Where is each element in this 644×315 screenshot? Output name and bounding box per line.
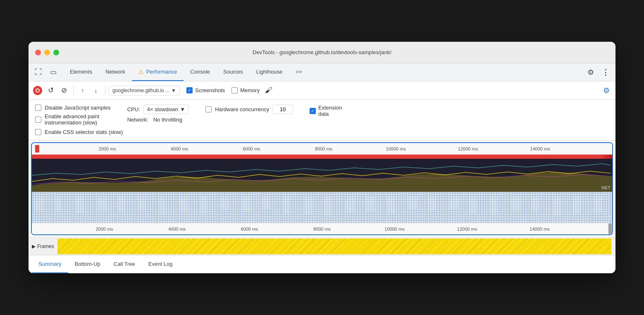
ruler-bottom-2: 4000 ms: [168, 227, 186, 231]
tab-bottom-up[interactable]: Bottom-Up: [68, 255, 107, 273]
ruler-mark-1: 2000 ms: [98, 146, 116, 151]
ruler-mark-2: 4000 ms: [171, 146, 188, 151]
network-label: Network:: [127, 117, 148, 123]
screenshot-cell: [198, 192, 218, 223]
scrollbar[interactable]: [608, 223, 612, 234]
screenshot-cell: [384, 192, 405, 223]
screenshots-checkbox-group[interactable]: ✓ Screenshots: [186, 87, 225, 93]
enable-css-checkbox[interactable]: [35, 129, 41, 135]
devtools-window: DevTools - googlechrome.github.io/devtoo…: [29, 42, 615, 273]
enable-paint-checkbox[interactable]: [35, 117, 41, 123]
devtools-tab-bar: ⛶ ▭ Elements Network ⚠ Performance Conso…: [29, 63, 615, 81]
url-chevron: ▼: [171, 88, 176, 93]
screenshot-cell: [136, 192, 156, 223]
hw-label: Hardware concurrency: [215, 106, 269, 112]
screenshot-cell: [343, 192, 363, 223]
record-button[interactable]: [32, 85, 43, 96]
upload-button[interactable]: ↑: [77, 85, 88, 96]
hw-checkbox[interactable]: [205, 106, 212, 112]
disable-js-setting[interactable]: Disable JavaScript samples: [35, 105, 111, 111]
screenshot-cell: [260, 192, 281, 223]
devtools-settings-icon[interactable]: ⚙: [584, 66, 597, 79]
memory-checkbox[interactable]: [231, 87, 238, 93]
long-tasks-bar: [32, 155, 612, 159]
enable-css-label: Enable CSS selector stats (slow): [45, 129, 123, 135]
tab-list: Elements Network ⚠ Performance Console S…: [63, 63, 584, 81]
tab-call-tree[interactable]: Call Tree: [107, 255, 142, 273]
screenshot-cell: [550, 192, 571, 223]
screenshot-cell: [218, 192, 239, 223]
tab-sources[interactable]: Sources: [217, 63, 250, 81]
tab-summary-label: Summary: [38, 261, 62, 267]
brush-icon[interactable]: 🖌: [263, 85, 274, 96]
scrollbar-thumb[interactable]: [608, 223, 612, 234]
devtools-more-icon[interactable]: ⋮: [599, 66, 612, 79]
perf-settings-gear[interactable]: ⚙: [601, 85, 612, 96]
timeline-ruler-top: 2000 ms 4000 ms 6000 ms 8000 ms 10000 ms…: [32, 143, 612, 155]
screenshot-cell: [405, 192, 426, 223]
screenshot-cell: [239, 192, 260, 223]
url-selector[interactable]: googlechrome.github.io ... ▼: [109, 86, 180, 95]
window-title: DevTools - googlechrome.github.io/devtoo…: [253, 49, 391, 55]
tab-call-tree-label: Call Tree: [114, 261, 135, 267]
tab-lighthouse-label: Lighthouse: [256, 69, 283, 75]
ruler-bottom-3: 6000 ms: [241, 227, 258, 231]
ruler-mark-7: 14000 ms: [530, 146, 550, 151]
maximize-button[interactable]: [53, 50, 59, 55]
disable-js-checkbox[interactable]: [35, 105, 41, 111]
cpu-dropdown[interactable]: 4× slowdown ▼: [143, 105, 189, 114]
tab-more-label: >>: [296, 69, 302, 75]
performance-toolbar: ↺ ⊘ ↑ ↓ googlechrome.github.io ... ▼ ✓ S…: [29, 81, 615, 100]
memory-checkbox-group[interactable]: Memory: [231, 87, 260, 93]
screenshot-cell: [156, 192, 177, 223]
inspector-icon[interactable]: ⛶: [32, 66, 45, 79]
tab-icons: ⛶ ▭: [32, 63, 60, 81]
screenshots-checkbox[interactable]: ✓: [186, 87, 193, 93]
tab-bar-right: ⚙ ⋮: [584, 63, 612, 81]
download-button[interactable]: ↓: [90, 85, 102, 96]
tab-event-log[interactable]: Event Log: [142, 255, 179, 273]
tab-elements-label: Elements: [70, 69, 92, 75]
screenshot-cell: [94, 192, 114, 223]
close-button[interactable]: [35, 50, 41, 55]
screenshot-cell: [281, 192, 301, 223]
screenshot-cell: [115, 192, 136, 223]
settings-left: Disable JavaScript samples Enable advanc…: [35, 105, 111, 126]
cpu-setting: CPU: 4× slowdown ▼: [127, 105, 189, 114]
tab-network[interactable]: Network: [99, 63, 132, 81]
timeline-ruler-bottom: 2000 ms 4000 ms 6000 ms 8000 ms 10000 ms…: [32, 223, 612, 234]
hw-input[interactable]: [272, 105, 293, 114]
screenshot-cell: [529, 192, 550, 223]
clear-button[interactable]: ⊘: [58, 85, 70, 96]
network-value: No throttling: [153, 117, 182, 123]
ext-checkbox[interactable]: ✓: [310, 108, 316, 114]
screenshot-cell: [508, 192, 529, 223]
screenshot-cell: [32, 192, 52, 223]
enable-css-setting[interactable]: Enable CSS selector stats (slow): [35, 129, 123, 135]
screenshot-cell: [177, 192, 198, 223]
ruler-bottom-5: 10000 ms: [384, 227, 404, 231]
tab-more[interactable]: >>: [289, 63, 308, 81]
device-icon[interactable]: ▭: [47, 66, 60, 79]
flame-chart[interactable]: NET: [32, 159, 612, 192]
network-setting: Network: No throttling: [127, 117, 189, 123]
tab-console[interactable]: Console: [184, 63, 217, 81]
frames-label: Frames: [37, 243, 54, 249]
cpu-label: CPU:: [127, 106, 140, 112]
enable-paint-setting[interactable]: Enable advanced paint instrumentation (s…: [35, 113, 111, 126]
disable-js-label: Disable JavaScript samples: [45, 105, 111, 111]
tab-elements[interactable]: Elements: [63, 63, 99, 81]
minimize-button[interactable]: [44, 50, 50, 55]
hw-concurrency-setting: Hardware concurrency: [205, 105, 293, 114]
screenshot-cell: [467, 192, 488, 223]
screenshot-cell: [571, 192, 592, 223]
settings-right: CPU: 4× slowdown ▼ Network: No throttlin…: [127, 105, 189, 123]
tab-summary[interactable]: Summary: [32, 255, 68, 273]
reload-record-button[interactable]: ↺: [45, 85, 57, 96]
screenshot-cell: [426, 192, 446, 223]
screenshot-strip: [32, 192, 612, 223]
ruler-mark-6: 12000 ms: [458, 146, 478, 151]
tab-performance[interactable]: ⚠ Performance: [132, 63, 184, 81]
frames-label-group[interactable]: ▶ Frames: [29, 243, 57, 249]
tab-lighthouse[interactable]: Lighthouse: [250, 63, 289, 81]
